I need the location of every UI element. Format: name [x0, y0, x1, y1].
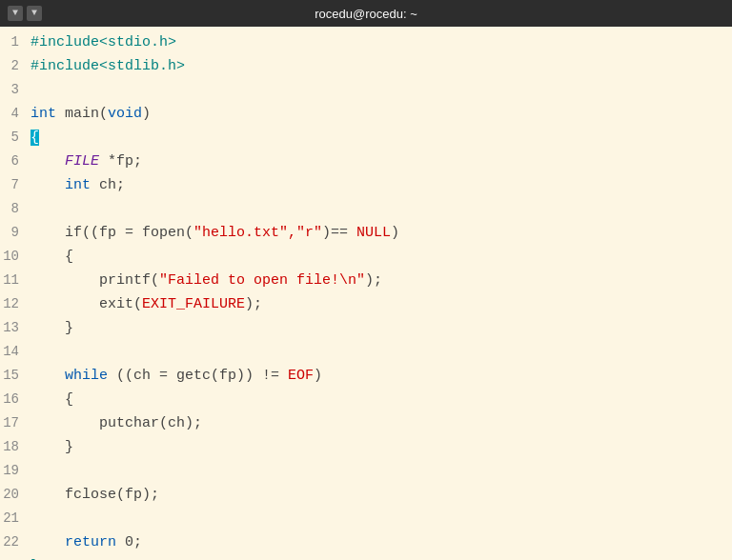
line-number: 17: [0, 411, 27, 435]
code-line: 14: [0, 340, 732, 364]
line-number: 6: [0, 150, 27, 173]
line-content: [27, 197, 732, 221]
code-line: 2#include<stdlib.h>: [0, 54, 732, 78]
line-number: 22: [0, 530, 27, 554]
line-number: 18: [0, 435, 27, 459]
titlebar: ▼ ▼ rocedu@rocedu: ~: [0, 0, 732, 27]
line-number: 14: [0, 340, 27, 364]
code-token: EXIT_FAILURE: [142, 296, 245, 312]
code-line: 21: [0, 507, 732, 530]
code-token: }: [30, 320, 73, 336]
line-number: 11: [0, 269, 27, 292]
line-content: [27, 78, 732, 102]
tab-button[interactable]: ▼: [27, 6, 42, 21]
code-token: main(: [56, 106, 108, 122]
code-token: return: [65, 534, 116, 550]
code-token: [30, 177, 65, 193]
menu-button[interactable]: ▼: [8, 6, 23, 21]
line-content: [27, 340, 732, 364]
code-token: int: [30, 106, 56, 122]
line-content: [27, 459, 732, 483]
line-content: return 0;: [27, 530, 732, 554]
line-number: 8: [0, 197, 27, 221]
code-line: 22 return 0;: [0, 530, 732, 554]
code-line: 16 {: [0, 388, 732, 411]
code-line: 3: [0, 78, 732, 102]
code-line: 9 if((fp = fopen("hello.txt","r")== NULL…: [0, 221, 732, 245]
code-token: ): [142, 106, 151, 122]
code-line: 8: [0, 197, 732, 221]
code-token: NULL: [356, 225, 391, 241]
code-line: 1#include<stdio.h>: [0, 30, 732, 54]
line-content: #include<stdlib.h>: [27, 54, 732, 78]
window-title: rocedu@rocedu: ~: [315, 7, 417, 21]
code-line: 5{: [0, 126, 732, 150]
code-line: 19: [0, 459, 732, 483]
code-token: [30, 368, 65, 384]
line-content: if((fp = fopen("hello.txt","r")== NULL): [27, 221, 732, 245]
line-content: while ((ch = getc(fp)) != EOF): [27, 364, 732, 388]
code-token: fclose(fp);: [30, 487, 159, 503]
tab-icon: ▼: [31, 9, 37, 18]
code-token: *fp;: [108, 153, 142, 170]
code-token: 0;: [116, 534, 142, 550]
code-token: while: [65, 368, 108, 384]
code-token: ((ch = getc(fp)) !=: [108, 368, 288, 384]
code-line: 15 while ((ch = getc(fp)) != EOF): [0, 364, 732, 388]
code-line: 23}: [0, 554, 732, 560]
code-token: #include: [30, 58, 99, 74]
code-line: 12 exit(EXIT_FAILURE);: [0, 292, 732, 316]
code-token: [30, 534, 65, 550]
cursor-position: {: [30, 130, 39, 146]
line-number: 16: [0, 388, 27, 411]
code-line: 6 FILE *fp;: [0, 150, 732, 173]
code-token: ch;: [91, 177, 125, 193]
line-number: 3: [0, 78, 27, 102]
code-token: putchar(ch);: [30, 415, 202, 431]
titlebar-buttons: ▼ ▼: [8, 6, 42, 21]
code-token: ): [314, 368, 322, 384]
line-number: 2: [0, 54, 27, 78]
code-token: "hello.txt","r": [193, 225, 322, 241]
line-number: 4: [0, 102, 27, 126]
code-token: );: [365, 272, 382, 289]
code-token: exit(: [30, 296, 142, 312]
line-content: int ch;: [27, 173, 732, 197]
code-token: printf(: [30, 272, 159, 289]
code-line: 11 printf("Failed to open file!\n");: [0, 269, 732, 292]
line-content: printf("Failed to open file!\n");: [27, 269, 732, 292]
line-content: putchar(ch);: [27, 411, 732, 435]
line-number: 13: [0, 316, 27, 340]
line-number: 1: [0, 30, 27, 54]
code-token: int: [65, 177, 91, 193]
code-token: }: [30, 439, 73, 455]
code-token: #include: [30, 34, 99, 50]
line-number: 23: [0, 554, 27, 560]
line-content: int main(void): [27, 102, 732, 126]
code-token: ): [391, 225, 399, 241]
code-line: 7 int ch;: [0, 173, 732, 197]
code-token: if((fp = fopen(: [30, 225, 193, 241]
code-token: <stdio.h>: [99, 34, 176, 50]
code-token: void: [108, 106, 142, 122]
line-number: 12: [0, 292, 27, 316]
menu-icon: ▼: [12, 9, 18, 18]
line-content: }: [27, 554, 732, 560]
line-content: FILE *fp;: [27, 150, 732, 173]
code-line: 18 }: [0, 435, 732, 459]
line-number: 15: [0, 364, 27, 388]
line-number: 10: [0, 245, 27, 269]
line-number: 7: [0, 173, 27, 197]
line-content: [27, 507, 732, 530]
code-token: EOF: [288, 368, 314, 384]
code-token: {: [30, 249, 73, 265]
line-content: {: [27, 245, 732, 269]
line-number: 5: [0, 126, 27, 150]
code-token: {: [30, 391, 73, 408]
code-line: 20 fclose(fp);: [0, 483, 732, 507]
code-line: 13 }: [0, 316, 732, 340]
line-content: fclose(fp);: [27, 483, 732, 507]
code-token: )==: [322, 225, 356, 241]
line-number: 9: [0, 221, 27, 245]
line-content: {: [27, 388, 732, 411]
